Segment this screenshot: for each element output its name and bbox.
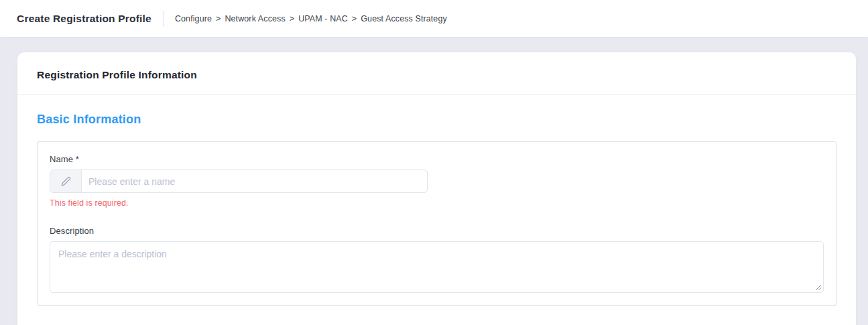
page-body: Registration Profile Information Basic I… (0, 37, 868, 325)
header-divider (164, 11, 164, 27)
description-label: Description (50, 226, 824, 236)
description-field-group: Description (50, 226, 824, 293)
registration-profile-card: Registration Profile Information Basic I… (17, 52, 856, 325)
breadcrumb-item-network-access[interactable]: Network Access (225, 14, 285, 23)
name-label: Name * (50, 154, 824, 164)
pencil-icon (50, 170, 82, 192)
breadcrumb: Configure > Network Access > UPAM - NAC … (175, 14, 447, 23)
basic-information-form-box: Name * This field is required. Descripti… (37, 141, 836, 306)
description-textarea[interactable] (50, 241, 824, 293)
breadcrumb-separator: > (290, 14, 294, 23)
breadcrumb-separator: > (216, 14, 221, 23)
breadcrumb-separator: > (352, 14, 357, 23)
section-title-basic-information: Basic Information (37, 113, 836, 127)
breadcrumb-item-configure[interactable]: Configure (175, 14, 212, 23)
page-header: Create Registration Profile Configure > … (0, 0, 868, 37)
name-validation-error: This field is required. (50, 198, 824, 208)
name-input[interactable] (82, 170, 427, 192)
page-title: Create Registration Profile (17, 13, 151, 25)
card-header: Registration Profile Information (17, 52, 856, 95)
description-textarea-wrap (50, 241, 824, 293)
breadcrumb-item-upam-nac[interactable]: UPAM - NAC (298, 14, 348, 23)
name-input-group (50, 170, 428, 193)
name-field-group: Name * This field is required. (50, 154, 824, 208)
breadcrumb-item-guest-access-strategy[interactable]: Guest Access Strategy (361, 14, 447, 23)
card-body: Basic Information Name * This field is r… (17, 95, 856, 306)
card-title: Registration Profile Information (37, 69, 197, 80)
